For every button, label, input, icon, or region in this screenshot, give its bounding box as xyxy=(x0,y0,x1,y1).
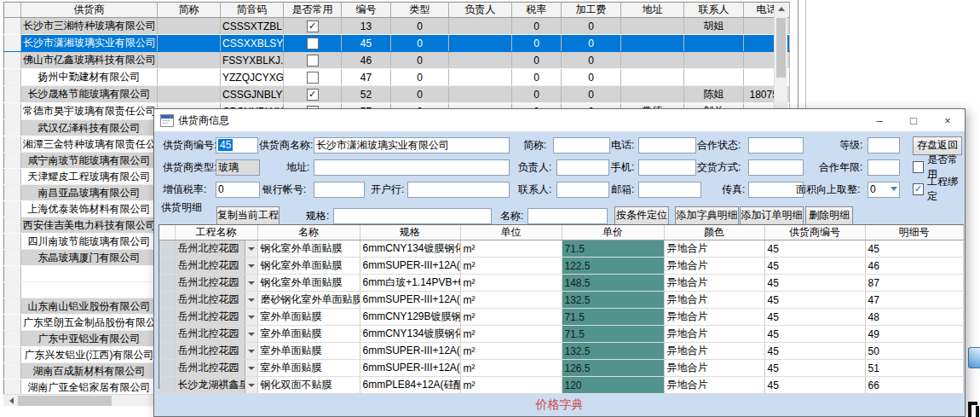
color-cell[interactable]: 异地合片 xyxy=(664,326,764,343)
supplier-name-cell[interactable]: 广东兴发铝业(江西)有限公司 xyxy=(21,347,158,363)
row-header-cell[interactable] xyxy=(4,153,21,169)
spec-cell[interactable]: 6mmSUPER-III+12A(硅... xyxy=(360,258,460,275)
detail-no-cell[interactable]: 46 xyxy=(865,258,963,275)
short-name-cell[interactable] xyxy=(158,52,221,69)
row-header-cell[interactable] xyxy=(4,136,21,153)
pinyin-code-cell[interactable]: YZZQJCYXGS xyxy=(221,69,284,86)
short-name-input[interactable] xyxy=(553,137,610,153)
column-header[interactable]: 编号 xyxy=(342,3,391,18)
project-name-combobox[interactable]: 岳州北控花园 xyxy=(175,343,257,360)
coop-years-input[interactable] xyxy=(868,159,900,176)
supplier-name-cell[interactable]: 东晶玻璃厦门有限公司 xyxy=(21,250,158,266)
detail-no-cell[interactable]: 87 xyxy=(865,275,963,292)
project-name-combobox[interactable]: 岳州北控花园 xyxy=(175,275,257,292)
row-header-cell[interactable] xyxy=(159,343,175,360)
vat-rate-input[interactable]: 0 xyxy=(216,182,260,198)
short-name-cell[interactable] xyxy=(158,35,221,52)
manager-cell[interactable] xyxy=(449,86,512,103)
unit-price-cell[interactable]: 132.5 xyxy=(562,292,664,309)
column-header[interactable]: 简音码 xyxy=(221,3,284,18)
project-name-combobox[interactable]: 岳州北控花园 xyxy=(175,292,257,309)
spec-cell[interactable]: 6mmSUPER-III+12A(硅... xyxy=(360,360,460,377)
no-cell[interactable]: 13 xyxy=(342,18,391,35)
chevron-down-icon[interactable] xyxy=(245,240,257,257)
supplier-name-cell[interactable]: 湖南广亚全铝家居有限公司 xyxy=(21,379,158,396)
detail-no-cell[interactable]: 66 xyxy=(865,377,963,394)
phone-input[interactable] xyxy=(638,137,696,153)
row-header-cell[interactable] xyxy=(4,169,21,185)
type-cell[interactable]: 0 xyxy=(391,52,449,69)
unit-cell[interactable]: m² xyxy=(460,240,562,258)
spec-cell[interactable]: 6mmCNY134镀膜钢化 xyxy=(360,326,460,343)
unit-price-cell[interactable]: 120 xyxy=(562,377,664,394)
column-header[interactable]: 颜色 xyxy=(664,225,764,240)
project-name-combobox[interactable]: 岳州北控花园 xyxy=(175,360,257,377)
row-header-cell[interactable] xyxy=(4,35,21,52)
area-round-up-combobox[interactable]: 0 xyxy=(868,182,900,198)
spec-filter-input[interactable] xyxy=(333,208,492,224)
color-cell[interactable]: 异地合片 xyxy=(664,309,764,326)
fee-cell[interactable]: 0 xyxy=(562,35,621,52)
email-input[interactable] xyxy=(638,182,701,198)
supplier-name-cell[interactable]: 湘潭三金特种玻璃有限责任公司 xyxy=(21,136,158,153)
supplier-no-cell[interactable]: 45 xyxy=(764,275,865,292)
column-header[interactable]: 明细号 xyxy=(865,225,963,240)
color-cell[interactable]: 异地合片 xyxy=(664,343,764,360)
row-header-cell[interactable] xyxy=(4,363,21,379)
unit-cell[interactable]: m² xyxy=(460,309,562,326)
row-header-cell[interactable] xyxy=(4,331,21,347)
row-header-cell[interactable] xyxy=(159,258,175,275)
detail-no-cell[interactable]: 45 xyxy=(865,240,963,258)
supplier-no-cell[interactable]: 45 xyxy=(764,309,865,326)
contact-cell[interactable] xyxy=(684,35,744,52)
name-cell[interactable]: 钢化室外单面贴膜 xyxy=(257,240,360,258)
supplier-name-cell[interactable]: 长沙市潇湘玻璃实业有限公司 xyxy=(21,35,158,52)
detail-row[interactable]: 岳州北控花园钢化室外单面贴膜6mmSUPER-III+12A(硅...m²122… xyxy=(159,258,963,275)
copy-current-project-button[interactable]: 复制当前工程 xyxy=(216,206,280,225)
manager-cell[interactable] xyxy=(449,52,512,69)
row-header-cell[interactable] xyxy=(159,240,175,258)
column-header[interactable]: 地址 xyxy=(621,3,684,18)
row-header-cell[interactable] xyxy=(4,185,21,201)
project-name-combobox[interactable]: 岳州北控花园 xyxy=(175,258,257,275)
column-header[interactable]: 单价 xyxy=(562,225,664,240)
row-header-cell[interactable] xyxy=(4,347,21,363)
grade-input[interactable] xyxy=(868,137,900,153)
tax-cell[interactable]: 0 xyxy=(512,18,562,35)
color-cell[interactable]: 异地合片 xyxy=(664,258,764,275)
supplier-name-cell[interactable] xyxy=(21,282,158,298)
supplier-no-cell[interactable]: 45 xyxy=(764,377,865,394)
common-use-cell[interactable] xyxy=(284,35,342,52)
color-cell[interactable]: 异地合片 xyxy=(664,240,764,258)
supplier-no-cell[interactable]: 45 xyxy=(764,292,865,309)
locate-by-condition-button[interactable]: 按条件定位 xyxy=(614,206,669,225)
detail-row[interactable]: 岳州北控花园室外单面贴膜6mmCNY134镀膜钢化m²71.5异地合片4549 xyxy=(159,326,963,343)
checkbox-icon[interactable] xyxy=(307,55,319,67)
manager-cell[interactable] xyxy=(449,69,512,86)
supplier-name-cell[interactable]: 佛山市亿鑫玻璃科技有限公司 xyxy=(21,52,158,69)
supplier-name-cell[interactable]: 广东坚朗五金制品股份有限公司 xyxy=(21,315,158,331)
color-cell[interactable]: 异地合片 xyxy=(664,292,764,309)
common-use-cell[interactable] xyxy=(284,52,342,69)
unit-price-cell[interactable]: 126.5 xyxy=(562,360,664,377)
row-header-cell[interactable] xyxy=(4,282,21,298)
maximize-button[interactable]: □ xyxy=(896,109,931,131)
pinyin-code-cell[interactable]: CSSGJNBLYXGS xyxy=(221,86,284,103)
column-header[interactable]: 负责人 xyxy=(449,3,512,18)
supplier-name-cell[interactable]: 天津耀皮工程玻璃有限公司 xyxy=(21,169,158,185)
supplier-name-cell[interactable]: 西安佳吉美电力科技有限公司 xyxy=(21,217,158,234)
table-row[interactable]: 长沙晟格节能玻璃有限公司CSSGJNBLYXGS✓52000陈姐180751 xyxy=(4,86,790,103)
row-header-cell[interactable] xyxy=(4,217,21,234)
add-dictionary-detail-button[interactable]: 添加字典明细 xyxy=(675,206,739,225)
table-row[interactable]: 佛山市亿鑫玻璃科技有限公司FSSYXBLKJ...46000 xyxy=(4,52,790,69)
fee-cell[interactable]: 0 xyxy=(562,86,621,103)
detail-row[interactable]: 岳州北控花园钢化室外单面贴膜6mmCNY134镀膜钢化m²71.5异地合片454… xyxy=(159,240,963,258)
supplier-name-cell[interactable]: 长沙晟格节能玻璃有限公司 xyxy=(21,86,158,103)
common-use-cell[interactable]: ✓ xyxy=(284,86,342,103)
mobile-input[interactable] xyxy=(638,159,696,176)
supplier-name-cell[interactable]: 扬州中勤建材有限公司 xyxy=(21,69,158,86)
spec-cell[interactable]: 6mmSUPER-III+12A(硅... xyxy=(360,343,460,360)
horizontal-scroll-thumb[interactable] xyxy=(18,396,112,406)
spec-cell[interactable]: 6mmCNY129B镀膜钢化 xyxy=(360,309,460,326)
supplier-no-cell[interactable]: 45 xyxy=(764,326,865,343)
